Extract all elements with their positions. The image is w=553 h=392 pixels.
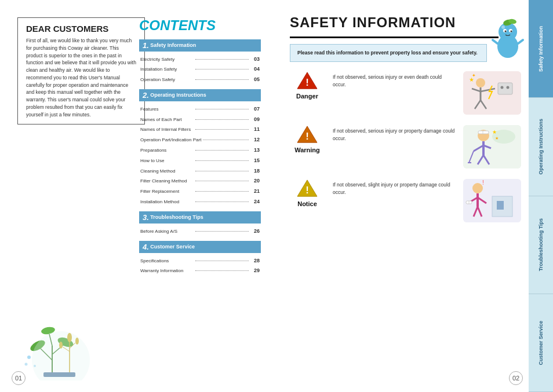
tab-safety-info[interactable]: Safety Information	[529, 0, 553, 98]
page-num-right: 02	[509, 371, 523, 385]
safety-info-title: SAFETY INFORMATION	[290, 14, 521, 31]
svg-line-27	[518, 40, 523, 43]
dear-customers-title: DEAR CUSTOMERS	[26, 24, 136, 34]
left-page: DEAR CUSTOMERS First of all, we would li…	[0, 0, 272, 392]
toc-item: Operation Part/Indication Part 12	[139, 135, 261, 145]
warning-icon-area: ! Warning	[290, 125, 325, 153]
svg-text:!: !	[305, 184, 309, 195]
notice-illustration: !	[463, 179, 521, 222]
tab-customer-label: Customer Service	[538, 321, 544, 365]
svg-point-28	[501, 25, 505, 29]
toc-item: Names of Each Part 09	[139, 114, 261, 124]
notice-icon-area: ! Notice	[290, 179, 325, 207]
dear-customers-box: DEAR CUSTOMERS First of all, we would li…	[17, 17, 145, 124]
svg-point-17	[32, 331, 90, 380]
toc-item: Filter Cleaning Method 20	[139, 176, 261, 186]
warning-illustration: ★ ★	[463, 125, 521, 168]
danger-text: If not observed, serious injury or even …	[333, 71, 455, 89]
plant-svg	[17, 317, 122, 380]
tab-troubleshooting[interactable]: Troubleshooting Tips	[529, 196, 553, 294]
plant-illustration	[17, 317, 133, 375]
safety-info-box: Please read this information to prevent …	[290, 44, 487, 62]
danger-label: Danger	[296, 93, 318, 100]
section-header-2: 2. Operating Instructions	[139, 89, 261, 101]
notice-level: ! Notice If not observed, slight injury …	[290, 179, 521, 222]
warning-triangle-icon: !	[296, 125, 318, 144]
toc-item: Specifications 28	[139, 255, 261, 266]
svg-rect-48	[478, 131, 489, 134]
toc-item: Filter Replacement 21	[139, 186, 261, 197]
toc-item: Warranty Information 29	[139, 266, 261, 276]
tab-operating[interactable]: Operating Instructions	[529, 98, 553, 196]
svg-text:★: ★	[492, 129, 497, 135]
toc-item: Installation Method 24	[139, 197, 261, 207]
safety-levels-container: ! Danger If not observed, serious injury…	[290, 71, 521, 222]
svg-point-34	[507, 86, 510, 89]
svg-point-35	[476, 78, 485, 87]
danger-icon-area: ! Danger	[290, 71, 325, 100]
svg-point-25	[511, 31, 512, 32]
danger-triangle-icon: !	[296, 71, 318, 90]
toc-item: How to Use 15	[139, 155, 261, 166]
tab-safety-label: Safety Information	[538, 26, 544, 72]
section-header-3: 3. Troubleshooting Tips	[139, 211, 261, 224]
toc-item: Before Asking A/S 26	[139, 226, 261, 236]
svg-point-64	[472, 183, 483, 193]
right-page: SAFETY INFORMATION Please read this info…	[272, 0, 553, 392]
tab-customer-service[interactable]: Customer Service	[529, 294, 553, 392]
notice-label: Notice	[297, 200, 317, 207]
svg-point-33	[501, 86, 504, 89]
svg-text:!: !	[305, 76, 309, 87]
page-spread: DEAR CUSTOMERS First of all, we would li…	[0, 0, 553, 392]
toc-item: Features 07	[139, 104, 261, 114]
tab-operating-label: Operating Instructions	[538, 119, 544, 175]
dear-customers-text: First of all, we would like to thank you…	[26, 37, 136, 118]
section-header-4: 4. Customer Service	[139, 241, 261, 253]
section-header-1: 1. Safety Information	[139, 39, 261, 52]
danger-level: ! Danger If not observed, serious injury…	[290, 71, 521, 115]
notice-triangle-icon: !	[296, 179, 318, 198]
tab-strip: Safety Information Operating Instruction…	[529, 0, 553, 392]
toc-item: Names of Internal Filters 11	[139, 124, 261, 135]
svg-point-24	[505, 31, 507, 32]
page-num-left: 01	[12, 371, 26, 385]
toc-item: Operation Safety 05	[139, 75, 261, 85]
toc-item: Cleaning Method 18	[139, 166, 261, 176]
svg-point-14	[27, 356, 31, 359]
warning-level: ! Warning If not observed, serious injur…	[290, 125, 521, 168]
tab-troubleshooting-label: Troubleshooting Tips	[538, 218, 544, 271]
toc-item: Installation Safety 04	[139, 64, 261, 75]
svg-line-26	[493, 40, 497, 43]
danger-illustration: ★ ✦	[463, 71, 521, 115]
notice-text: If not observed, slight injury or proper…	[333, 179, 455, 196]
svg-point-16	[25, 363, 28, 366]
warning-label: Warning	[294, 146, 320, 153]
toc-item: Electricity Safety 03	[139, 54, 261, 64]
svg-text:!: !	[482, 179, 484, 186]
svg-text:!: !	[305, 130, 309, 141]
svg-text:✦: ✦	[472, 73, 476, 78]
contents-section: CONTENTS 1. Safety Information Electrici…	[139, 17, 261, 276]
svg-rect-32	[498, 83, 512, 94]
svg-rect-63	[497, 201, 504, 210]
contents-title: CONTENTS	[139, 17, 261, 34]
svg-text:★: ★	[495, 136, 499, 140]
toc-item: Preparations 13	[139, 145, 261, 156]
warning-text: If not observed, serious injury or prope…	[333, 125, 455, 142]
mascot-illustration	[489, 14, 521, 55]
